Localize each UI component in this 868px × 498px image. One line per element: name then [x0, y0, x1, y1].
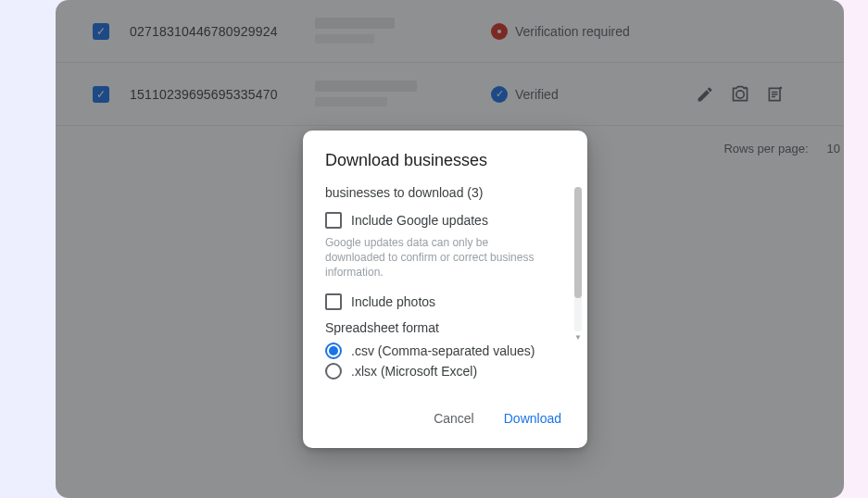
include-google-updates-checkbox[interactable]	[325, 212, 342, 229]
include-google-updates-label: Include Google updates	[351, 211, 488, 230]
dialog-title: Download businesses	[303, 131, 587, 185]
download-button[interactable]: Download	[500, 405, 565, 431]
businesses-count-heading: businesses to download (3)	[325, 185, 565, 200]
include-google-updates-hint: Google updates data can only be download…	[325, 235, 565, 280]
download-businesses-dialog: Download businesses ▼ businesses to down…	[303, 131, 587, 448]
include-photos-label: Include photos	[351, 293, 435, 311]
format-radio-xlsx[interactable]	[325, 363, 342, 380]
format-option-csv[interactable]: .csv (Comma-separated values)	[325, 342, 565, 359]
include-google-updates-option[interactable]: Include Google updates	[325, 211, 565, 230]
include-photos-option[interactable]: Include photos	[325, 293, 565, 311]
format-radio-xlsx-label: .xlsx (Microsoft Excel)	[351, 364, 477, 379]
cancel-button[interactable]: Cancel	[430, 405, 478, 431]
include-photos-checkbox[interactable]	[325, 293, 342, 310]
dialog-scroll-arrow-down-icon[interactable]: ▼	[574, 333, 582, 342]
spreadsheet-format-label: Spreadsheet format	[325, 320, 565, 335]
format-radio-csv-label: .csv (Comma-separated values)	[351, 343, 535, 358]
dialog-scroll-thumb[interactable]	[574, 187, 582, 298]
format-option-xlsx[interactable]: .xlsx (Microsoft Excel)	[325, 363, 565, 380]
format-radio-csv[interactable]	[325, 342, 342, 359]
dialog-body: ▼ businesses to download (3) Include Goo…	[303, 185, 587, 380]
dialog-footer: Cancel Download	[303, 383, 587, 448]
